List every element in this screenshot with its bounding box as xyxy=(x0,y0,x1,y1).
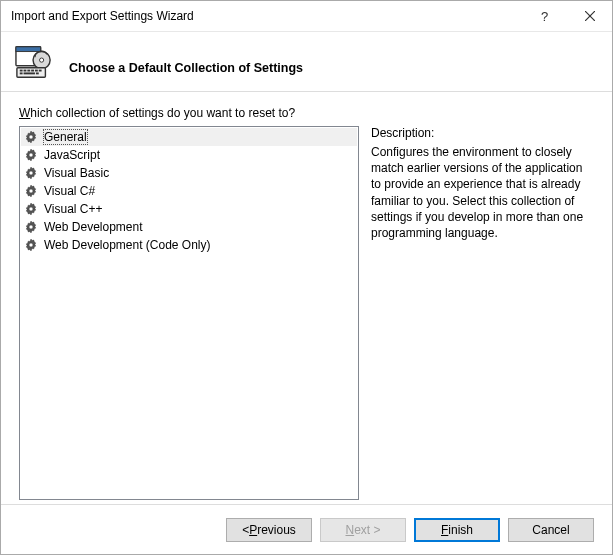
svg-rect-10 xyxy=(31,69,34,71)
svg-rect-12 xyxy=(39,69,42,71)
svg-rect-15 xyxy=(36,72,39,74)
settings-listbox[interactable]: GeneralJavaScriptVisual BasicVisual C#Vi… xyxy=(19,126,359,500)
settings-option[interactable]: JavaScript xyxy=(21,146,357,164)
settings-option[interactable]: Web Development (Code Only) xyxy=(21,236,357,254)
close-icon xyxy=(585,11,595,21)
wizard-window: Import and Export Settings Wizard ? xyxy=(0,0,613,555)
titlebar: Import and Export Settings Wizard ? xyxy=(1,1,612,32)
columns: GeneralJavaScriptVisual BasicVisual C#Vi… xyxy=(19,126,594,500)
svg-point-20 xyxy=(29,207,33,211)
svg-rect-13 xyxy=(20,72,23,74)
settings-option-label: General xyxy=(44,130,87,144)
svg-rect-7 xyxy=(20,69,23,71)
settings-option[interactable]: General xyxy=(21,128,357,146)
window-title: Import and Export Settings Wizard xyxy=(1,9,522,23)
gear-icon xyxy=(24,130,38,144)
finish-button[interactable]: Finish xyxy=(414,518,500,542)
svg-rect-6 xyxy=(17,67,46,77)
wizard-header: Choose a Default Collection of Settings xyxy=(1,32,612,92)
wizard-heading: Choose a Default Collection of Settings xyxy=(69,49,303,75)
settings-option-label: Web Development xyxy=(44,220,143,234)
settings-option-label: Visual C# xyxy=(44,184,95,198)
settings-option[interactable]: Visual C# xyxy=(21,182,357,200)
content-area: Which collection of settings do you want… xyxy=(1,92,612,504)
svg-point-5 xyxy=(40,58,44,62)
svg-point-22 xyxy=(29,243,33,247)
gear-icon xyxy=(24,202,38,216)
wizard-logo-icon xyxy=(15,43,53,81)
previous-button[interactable]: < Previous xyxy=(226,518,312,542)
button-bar: < Previous Next > Finish Cancel xyxy=(1,504,612,554)
settings-option-label: JavaScript xyxy=(44,148,100,162)
settings-option[interactable]: Visual Basic xyxy=(21,164,357,182)
settings-option-label: Visual Basic xyxy=(44,166,109,180)
svg-point-18 xyxy=(29,171,33,175)
gear-icon xyxy=(24,220,38,234)
close-button[interactable] xyxy=(567,1,612,31)
svg-rect-9 xyxy=(27,69,30,71)
gear-icon xyxy=(24,238,38,252)
svg-point-16 xyxy=(29,135,33,139)
description-label: Description: xyxy=(371,126,594,140)
help-icon: ? xyxy=(541,9,548,24)
description-text: Configures the environment to closely ma… xyxy=(371,144,594,241)
svg-rect-3 xyxy=(16,46,41,51)
description-panel: Description: Configures the environment … xyxy=(371,126,594,500)
settings-option[interactable]: Web Development xyxy=(21,218,357,236)
svg-rect-11 xyxy=(35,69,38,71)
gear-icon xyxy=(24,166,38,180)
svg-rect-14 xyxy=(24,72,35,74)
prompt-label: Which collection of settings do you want… xyxy=(19,106,594,120)
gear-icon xyxy=(24,184,38,198)
svg-point-19 xyxy=(29,189,33,193)
settings-option-label: Visual C++ xyxy=(44,202,102,216)
svg-point-17 xyxy=(29,153,33,157)
next-button[interactable]: Next > xyxy=(320,518,406,542)
svg-rect-8 xyxy=(24,69,27,71)
gear-icon xyxy=(24,148,38,162)
svg-point-21 xyxy=(29,225,33,229)
help-button[interactable]: ? xyxy=(522,1,567,31)
settings-option-label: Web Development (Code Only) xyxy=(44,238,211,252)
cancel-button[interactable]: Cancel xyxy=(508,518,594,542)
settings-option[interactable]: Visual C++ xyxy=(21,200,357,218)
